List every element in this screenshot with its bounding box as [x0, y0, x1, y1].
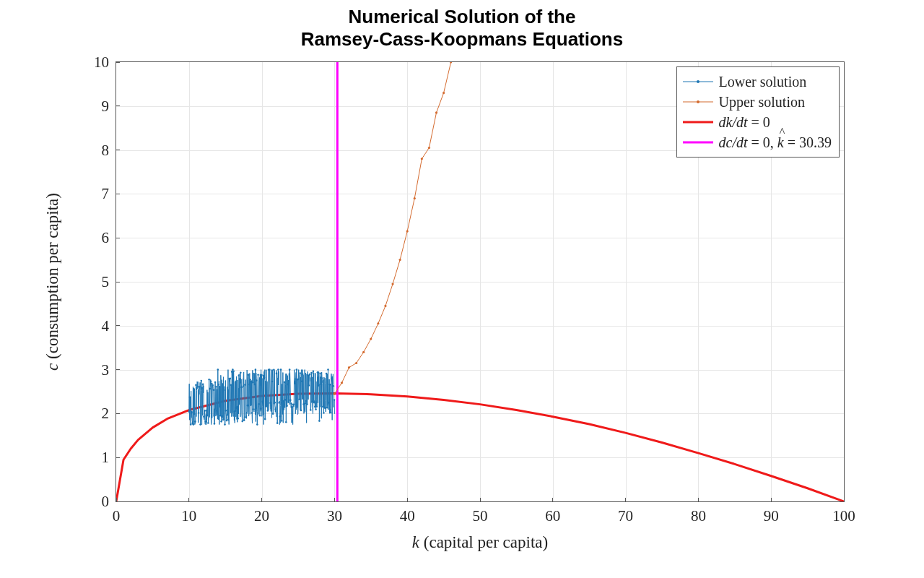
- svg-point-93: [269, 402, 271, 404]
- tick-y-1: [116, 457, 120, 458]
- svg-point-56: [237, 418, 239, 420]
- svg-point-108: [282, 400, 284, 402]
- svg-point-114: [288, 401, 290, 403]
- svg-point-97: [273, 369, 275, 371]
- svg-point-112: [286, 405, 288, 407]
- tick-x-80: [698, 498, 699, 502]
- svg-point-72: [251, 412, 253, 414]
- legend-label-upper: Upper solution: [719, 94, 805, 111]
- svg-point-121: [294, 382, 296, 384]
- svg-point-8: [195, 384, 197, 387]
- tick-x-30: [334, 498, 335, 502]
- svg-point-83: [261, 374, 263, 376]
- svg-point-2: [190, 423, 192, 426]
- svg-point-165: [332, 385, 334, 387]
- svg-point-104: [279, 415, 282, 418]
- legend-swatch-dcdt: [683, 134, 713, 151]
- svg-point-66: [245, 412, 248, 414]
- svg-point-43: [226, 420, 228, 422]
- legend-swatch-dkdt: [683, 113, 713, 131]
- legend-item-upper: Upper solution: [683, 92, 832, 112]
- svg-point-53: [235, 410, 237, 413]
- legend-label-dcdt: dc/dt = 0, k = 30.39: [719, 134, 832, 151]
- svg-point-107: [282, 413, 284, 415]
- svg-point-159: [327, 368, 329, 371]
- svg-point-96: [272, 413, 274, 415]
- svg-point-99: [274, 408, 276, 410]
- svg-point-95: [271, 381, 274, 383]
- svg-point-70: [249, 379, 251, 381]
- tick-x-20: [261, 498, 262, 502]
- svg-point-69: [248, 384, 250, 386]
- svg-point-116: [289, 400, 292, 402]
- svg-point-126: [298, 398, 300, 400]
- tick-y-0: [116, 501, 120, 502]
- svg-point-49: [231, 371, 233, 373]
- svg-point-182: [443, 92, 445, 94]
- svg-point-28: [212, 389, 214, 392]
- svg-point-175: [391, 282, 393, 285]
- svg-point-109: [284, 381, 286, 384]
- svg-point-78: [256, 423, 258, 426]
- svg-point-106: [281, 420, 283, 422]
- svg-point-113: [287, 384, 289, 386]
- svg-point-64: [244, 384, 246, 386]
- svg-point-17: [203, 415, 205, 418]
- svg-point-92: [269, 368, 271, 371]
- svg-point-168: [341, 381, 343, 384]
- svg-point-34: [218, 384, 220, 386]
- svg-point-77: [256, 379, 258, 381]
- svg-point-57: [238, 375, 240, 377]
- svg-point-59: [240, 371, 242, 374]
- title-line-2: Ramsey-Cass-Koopmans Equations: [301, 28, 623, 50]
- tick-y-9: [116, 105, 120, 106]
- legend-item-dcdt: dc/dt = 0, k = 30.39: [683, 132, 832, 152]
- series-lower-solution: [189, 370, 335, 425]
- svg-point-179: [421, 158, 423, 160]
- svg-point-24: [209, 388, 212, 390]
- tick-y-5: [116, 282, 120, 282]
- legend-item-lower: Lower solution: [683, 72, 832, 92]
- chart-container: Numerical Solution of the Ramsey-Cass-Ko…: [0, 0, 924, 578]
- svg-point-51: [232, 371, 235, 373]
- svg-point-27: [212, 384, 214, 387]
- legend-swatch-lower: [683, 73, 713, 90]
- ticklabel-x-90: 90: [764, 507, 779, 525]
- svg-point-84: [261, 401, 263, 403]
- svg-point-129: [301, 380, 303, 382]
- svg-point-135: [306, 403, 308, 405]
- svg-point-98: [274, 402, 276, 404]
- ticklabel-x-80: 80: [691, 507, 706, 525]
- svg-point-12: [199, 386, 201, 388]
- svg-point-47: [229, 378, 231, 380]
- tick-x-50: [480, 498, 481, 502]
- svg-point-171: [362, 351, 365, 353]
- svg-point-90: [267, 410, 269, 412]
- ticklabel-y-5: 5: [102, 273, 110, 291]
- svg-point-111: [285, 421, 287, 423]
- svg-point-50: [232, 368, 234, 371]
- svg-point-6: [193, 413, 196, 415]
- svg-point-144: [314, 406, 316, 408]
- svg-point-45: [227, 419, 230, 421]
- ticklabel-y-3: 3: [102, 361, 110, 379]
- svg-point-58: [239, 378, 241, 380]
- svg-point-140: [310, 372, 313, 374]
- svg-point-136: [307, 374, 309, 376]
- svg-point-0: [188, 411, 191, 413]
- svg-point-130: [302, 374, 304, 376]
- svg-point-3: [191, 412, 193, 414]
- svg-point-23: [208, 379, 210, 381]
- svg-point-100: [276, 373, 278, 375]
- svg-point-20: [206, 410, 208, 412]
- svg-point-101: [276, 422, 279, 424]
- ticklabel-x-100: 100: [832, 507, 855, 525]
- svg-point-37: [220, 420, 222, 423]
- svg-point-105: [280, 368, 282, 371]
- svg-point-103: [278, 402, 280, 404]
- ticklabel-y-1: 1: [102, 449, 110, 467]
- svg-point-120: [293, 403, 295, 405]
- ticklabel-x-30: 30: [327, 507, 342, 525]
- tick-x-90: [771, 498, 772, 502]
- svg-point-26: [211, 383, 213, 385]
